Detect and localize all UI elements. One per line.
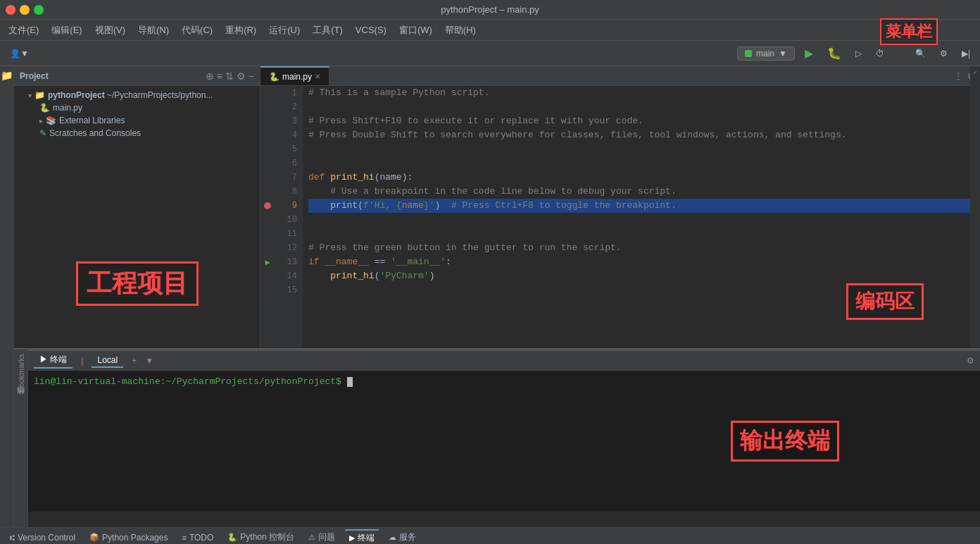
settings-button[interactable]: ⚙ — [936, 47, 952, 61]
run-config-selector[interactable]: main ▼ — [737, 47, 795, 61]
collapse-all-button[interactable]: ≡ — [217, 70, 222, 82]
debug-button[interactable]: 🐛 — [823, 44, 846, 62]
tree-item-main-label: main.py — [53, 103, 82, 113]
line-num-5: 5 — [280, 142, 297, 156]
folder-icon: 📁 — [34, 90, 45, 100]
line-num-7: 7 — [280, 171, 297, 185]
problems-icon: ⚠ — [308, 533, 315, 542]
settings-gear-icon[interactable]: ⚙ — [237, 70, 246, 82]
terminal-settings-icon[interactable]: ⚙ — [967, 356, 974, 366]
tree-item-external-libs[interactable]: ▸ 📚 External Libraries — [14, 114, 260, 127]
code-line-7: def print_hi(name): — [308, 171, 974, 185]
code-line-1: # This is a sample Python script. — [308, 86, 974, 100]
bottom-tab-version-control[interactable]: ⑆ Version Control — [6, 531, 80, 544]
editor-row: Project ⊕ ≡ ⇅ ⚙ − ▾ 📁 pythonProject ~/Py… — [14, 66, 980, 348]
terminal-area: ▶ 终端 | Local + ▼ ⚙ lin@lin-virtual-machi… — [28, 350, 980, 512]
menu-nav[interactable]: 导航(N) — [132, 22, 175, 39]
menu-code[interactable]: 代码(C) — [176, 22, 218, 39]
line-num-11: 11 — [280, 227, 297, 241]
menu-bar: 文件(E) 编辑(E) 视图(V) 导航(N) 代码(C) 重构(R) 运行(U… — [0, 20, 980, 41]
editor-annotation: 编码区 — [846, 283, 924, 320]
gutter: ▶ — [260, 86, 275, 348]
structure-vtab[interactable]: 结构 — [14, 397, 27, 405]
code-line-2 — [308, 100, 974, 114]
more-actions-button[interactable]: ▶| — [957, 47, 974, 61]
hide-panel-button[interactable]: − — [249, 70, 254, 82]
run-button[interactable]: ▶ — [800, 44, 817, 62]
tree-item-libs-label: External Libraries — [59, 116, 125, 125]
menu-file[interactable]: 文件(E) — [3, 22, 44, 39]
library-icon: 📚 — [46, 116, 56, 125]
search-everywhere-button[interactable]: 🔍 — [911, 47, 930, 61]
menu-window[interactable]: 窗口(W) — [394, 22, 438, 39]
coverage-button[interactable]: ▷ — [851, 47, 866, 61]
menu-refactor[interactable]: 重构(R) — [220, 22, 262, 39]
line-num-4: 4 — [280, 128, 297, 142]
profile-button[interactable]: ⏱ — [872, 47, 888, 61]
line-num-14: 14 — [280, 269, 297, 283]
terminal-separator: | — [81, 356, 83, 366]
editor-tabs: 🐍 main.py ✕ ⋮ ⧉ — [260, 66, 980, 86]
bottom-tab-python-console[interactable]: 🐍 Python 控制台 — [223, 530, 299, 544]
breakpoint-icon[interactable] — [264, 202, 271, 209]
new-file-button[interactable]: ⊕ — [206, 70, 214, 82]
line-num-1: 1 — [280, 86, 297, 100]
terminal-annotation: 输出终端 — [731, 421, 839, 462]
bookmarks-vtab[interactable]: Bookmarks — [15, 350, 27, 397]
tree-item-scratches[interactable]: ✎ Scratches and Consoles — [14, 127, 260, 140]
line-num-3: 3 — [280, 114, 297, 128]
terminal-tabs: ▶ 终端 | Local + ▼ ⚙ — [28, 351, 980, 371]
terminal-tab-label[interactable]: ▶ 终端 — [34, 352, 73, 369]
menu-edit[interactable]: 编辑(E) — [46, 22, 87, 39]
title-bar: pythonProject – main.py — [0, 0, 980, 20]
code-line-9: print(f'Hi, {name}') # Press Ctrl+F8 to … — [308, 199, 974, 213]
code-line-4: # Press Double Shift to search everywher… — [308, 128, 974, 142]
project-panel-annotation: 工程项目 — [76, 261, 199, 306]
editor-more-tabs-button[interactable]: ⋮ — [954, 71, 962, 81]
project-tool-window-button[interactable]: 📁 — [1, 69, 13, 82]
terminal-prompt: lin@lin-virtual-machine:~/PycharmProject… — [34, 376, 341, 387]
user-button[interactable]: 👤▼ — [6, 47, 33, 61]
maximize-button[interactable] — [34, 5, 44, 15]
terminal-content[interactable]: lin@lin-virtual-machine:~/PycharmProject… — [28, 371, 980, 512]
bottom-tab-problems[interactable]: ⚠ 问题 — [304, 530, 339, 544]
main-wrapper: 📁 Project ⊕ ≡ ⇅ ⚙ − — [0, 66, 980, 527]
terminal-add-icon[interactable]: + — [132, 356, 137, 366]
minimize-button[interactable] — [20, 5, 30, 15]
todo-icon: ≡ — [182, 533, 186, 542]
editor-tab-main-py[interactable]: 🐍 main.py ✕ — [260, 66, 329, 85]
gutter-line-5 — [260, 142, 275, 156]
terminal-chevron-icon[interactable]: ▼ — [145, 356, 153, 366]
code-line-13: if __name__ == '__main__': — [308, 255, 974, 269]
code-line-3: # Press Shift+F10 to execute it or repla… — [308, 114, 974, 128]
tree-item-root[interactable]: ▾ 📁 pythonProject ~/PycharmProjects/pyth… — [14, 89, 260, 101]
bottom-tab-terminal[interactable]: ▶ 终端 — [345, 529, 379, 544]
menu-label-annotation: 菜单栏 — [880, 18, 938, 45]
line-num-2: 2 — [280, 100, 297, 114]
code-line-14: print_hi('PyCharm') — [308, 269, 974, 283]
editor-terminal-container: Project ⊕ ≡ ⇅ ⚙ − ▾ 📁 pythonProject ~/Py… — [14, 66, 980, 527]
line-num-6: 6 — [280, 156, 297, 171]
bottom-tab-todo[interactable]: ≡ TODO — [177, 531, 218, 544]
menu-tools[interactable]: 工具(T) — [307, 22, 348, 39]
code-line-8: # Use a breakpoint in the code line belo… — [308, 185, 974, 199]
services-icon: ☁ — [389, 533, 396, 542]
bottom-tab-python-packages[interactable]: 📦 Python Packages — [85, 531, 172, 544]
menu-help[interactable]: 帮助(H) — [439, 22, 482, 39]
menu-view[interactable]: 视图(V) — [89, 22, 131, 39]
gutter-line-13: ▶ — [260, 255, 275, 269]
line-num-9: 9 — [280, 199, 297, 213]
terminal-local-tab[interactable]: Local — [92, 354, 123, 368]
terminal-tabs-right: ⚙ — [967, 356, 974, 366]
menu-vcs[interactable]: VCS(S) — [350, 23, 392, 37]
tab-close-icon[interactable]: ✕ — [315, 73, 320, 80]
bottom-tab-services[interactable]: ☁ 服务 — [384, 530, 420, 544]
close-button[interactable] — [6, 5, 15, 15]
project-tree: ▾ 📁 pythonProject ~/PycharmProjects/pyth… — [14, 86, 260, 142]
menu-run[interactable]: 运行(U) — [263, 22, 306, 39]
filter-button[interactable]: ⇅ — [225, 70, 234, 82]
tree-item-main-py[interactable]: 🐍 main.py — [14, 101, 260, 114]
toolbar: 👤▼ main ▼ ▶ 🐛 ▷ ⏱ 🔍 ⚙ ▶| — [0, 41, 980, 66]
gutter-line-2 — [260, 100, 275, 114]
gutter-line-10 — [260, 213, 275, 227]
